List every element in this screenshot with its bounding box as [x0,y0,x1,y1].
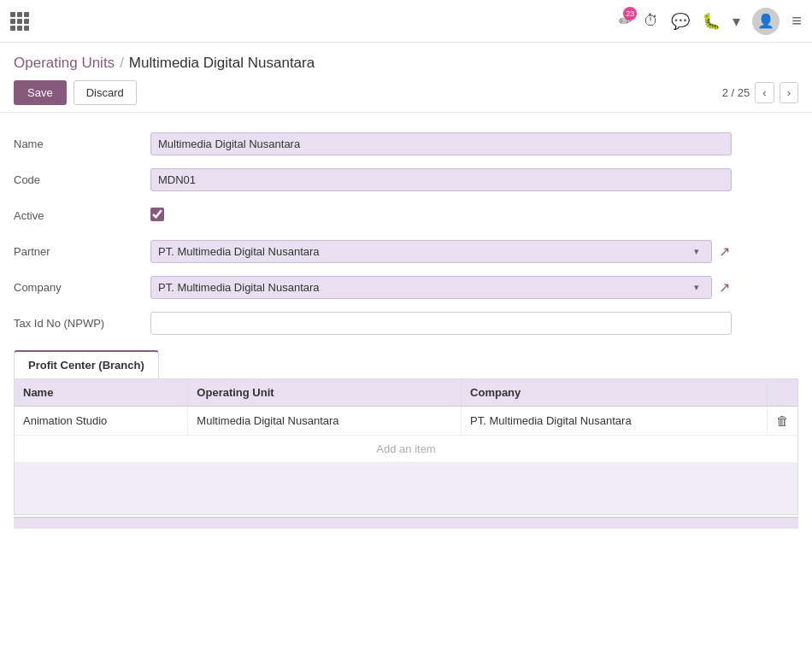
form-area: Name Code Active Partner PT. Multimedia … [0,113,812,337]
notification-badge: 23 [623,7,637,20]
code-input[interactable] [150,168,732,191]
hamburger-menu-icon[interactable]: ≡ [791,11,802,31]
edit-icon[interactable]: ✏ 23 [619,12,632,31]
partner-label: Partner [14,245,150,258]
table-header: Name Operating Unit Company [15,379,797,407]
save-button[interactable]: Save [14,80,67,105]
navbar: ✏ 23 ⏱ 💬 🐛 ▾ 👤 ≡ [0,0,812,43]
active-checkbox[interactable] [150,208,164,221]
row-operating-unit-cell: Multimedia Digital Nusantara [188,407,462,436]
code-field-wrap [150,168,732,191]
row-delete-button[interactable]: 🗑 [776,413,789,428]
add-item-cell[interactable]: Add an item [15,436,797,463]
row-company-cell: PT. Multimedia Digital Nusantara [462,407,768,436]
company-select-wrap: PT. Multimedia Digital Nusantara ▾ ↗ [150,276,732,299]
tax-field-wrap [150,312,732,335]
profit-center-table: Name Operating Unit Company Animation St… [15,379,797,514]
empty-row-1 [15,463,797,489]
bug-icon[interactable]: 🐛 [702,12,721,31]
tax-row: Tax Id No (NPWP) [14,309,798,337]
col-operating-unit-header: Operating Unit [188,379,462,407]
name-row: Name [14,130,798,157]
tax-label: Tax Id No (NPWP) [14,317,150,330]
table-wrap: Name Operating Unit Company Animation St… [14,379,798,515]
row-name-cell: Animation Studio [15,407,188,436]
breadcrumb-current: Multimedia Digital Nusantara [129,55,315,72]
col-actions-header [768,379,798,407]
breadcrumb-separator: / [120,55,124,72]
discard-button[interactable]: Discard [74,80,137,105]
breadcrumb-parent-link[interactable]: Operating Units [14,55,115,72]
company-field-wrap: PT. Multimedia Digital Nusantara ▾ ↗ [150,276,732,299]
tab-profit-center-label: Profit Center (Branch) [28,359,144,372]
company-label: Company [14,281,150,294]
company-row: Company PT. Multimedia Digital Nusantara… [14,273,798,301]
tab-section: Profit Center (Branch) Name Operating Un… [14,350,798,529]
pagination: 2 / 25 ‹ › [722,82,798,103]
company-external-link-button[interactable]: ↗ [717,279,732,296]
active-label: Active [14,209,150,222]
tab-bar: Profit Center (Branch) [14,350,798,379]
partner-field-wrap: PT. Multimedia Digital Nusantara ▾ ↗ [150,240,732,263]
partner-select[interactable]: PT. Multimedia Digital Nusantara [150,240,712,263]
table-row: Animation Studio Multimedia Digital Nusa… [15,407,797,436]
page-header: Operating Units / Multimedia Digital Nus… [0,43,812,113]
prev-page-button[interactable]: ‹ [755,82,774,103]
chat-icon[interactable]: 💬 [671,12,690,31]
name-field-wrap [150,132,732,155]
tab-profit-center[interactable]: Profit Center (Branch) [14,350,159,378]
dropdown-icon[interactable]: ▾ [733,12,740,31]
bottom-bar [14,517,798,529]
partner-external-link-button[interactable]: ↗ [717,243,732,260]
empty-cell-1 [15,463,797,489]
tax-input[interactable] [150,312,732,335]
add-item-row[interactable]: Add an item [15,436,797,463]
code-row: Code [14,166,798,193]
name-input[interactable] [150,132,732,155]
next-page-button[interactable]: › [780,82,798,103]
pagination-text: 2 / 25 [722,86,750,99]
row-delete-cell: 🗑 [768,407,798,436]
action-bar: Save Discard 2 / 25 ‹ › [14,80,798,105]
avatar[interactable]: 👤 [752,8,780,35]
avatar-icon: 👤 [757,13,774,29]
clock-icon[interactable]: ⏱ [644,12,659,30]
name-label: Name [14,138,150,150]
active-field-wrap [150,208,732,224]
active-row: Active [14,202,798,229]
empty-cell-2 [15,489,797,514]
col-company-header: Company [462,379,768,407]
breadcrumb: Operating Units / Multimedia Digital Nus… [14,55,798,72]
partner-select-wrap: PT. Multimedia Digital Nusantara ▾ ↗ [150,240,732,263]
col-name-header: Name [15,379,188,407]
company-select[interactable]: PT. Multimedia Digital Nusantara [150,276,712,299]
code-label: Code [14,173,150,186]
partner-row: Partner PT. Multimedia Digital Nusantara… [14,237,798,265]
empty-row-2 [15,489,797,514]
table-body: Animation Studio Multimedia Digital Nusa… [15,407,797,514]
apps-grid-icon[interactable] [10,12,29,31]
